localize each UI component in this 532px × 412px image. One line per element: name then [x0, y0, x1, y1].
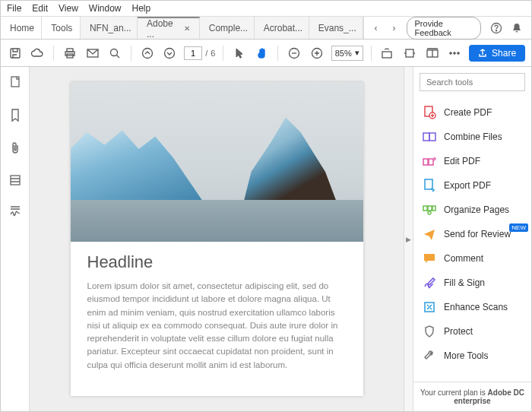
tool-send-for-review[interactable]: Send for ReviewNEW — [413, 222, 531, 246]
svg-rect-29 — [432, 206, 435, 211]
tool-fill-sign[interactable]: Fill & Sign — [413, 271, 531, 295]
new-badge: NEW — [509, 223, 528, 232]
page-current-input[interactable] — [184, 46, 202, 60]
tool-comment[interactable]: Comment — [413, 246, 531, 271]
chevron-right-icon[interactable]: › — [388, 22, 401, 34]
tabs-bar: Home Tools NFN_an... Adobe ...✕ Comple..… — [1, 17, 531, 40]
comment-icon — [423, 252, 436, 265]
toolbar: / 6 85%▾ Share — [1, 40, 531, 67]
share-button[interactable]: Share — [469, 45, 525, 62]
svg-rect-13 — [406, 49, 413, 57]
more-icon[interactable] — [446, 45, 463, 62]
page-up-icon[interactable] — [139, 45, 156, 62]
attachment-icon[interactable] — [10, 141, 21, 157]
share-icon — [478, 49, 487, 58]
page-indicator: / 6 — [184, 46, 215, 60]
search-icon[interactable] — [106, 45, 123, 62]
document-page: Headline Lorem ipsum dolor sit amet, con… — [71, 82, 363, 396]
tab-tools[interactable]: Tools — [42, 17, 81, 39]
hand-tool-icon[interactable] — [254, 45, 271, 62]
svg-rect-26 — [425, 179, 432, 189]
zoom-out-icon[interactable] — [286, 45, 302, 62]
svg-point-30 — [428, 211, 431, 214]
tool-organize-pages[interactable]: Organize Pages — [413, 198, 531, 222]
document-viewport[interactable]: Headline Lorem ipsum dolor sit amet, con… — [30, 67, 404, 411]
chevron-left-icon[interactable]: ‹ — [370, 22, 382, 34]
header-right: Provide Feedback — [407, 17, 532, 40]
fit-page-icon[interactable] — [401, 45, 418, 62]
tools-panel: Create PDF Combine Files Edit PDF Export… — [413, 67, 531, 411]
zoom-in-icon[interactable] — [309, 45, 325, 62]
page-total: 6 — [211, 49, 215, 58]
provide-feedback-button[interactable]: Provide Feedback — [407, 17, 482, 40]
tab-doc-4[interactable]: Evans_... — [309, 17, 363, 39]
tab-doc-1[interactable]: Adobe ...✕ — [138, 17, 200, 39]
export-pdf-icon — [423, 179, 436, 192]
tab-home[interactable]: Home — [1, 17, 42, 39]
svg-point-15 — [450, 52, 452, 54]
chevron-down-icon: ▾ — [355, 48, 359, 58]
tab-doc-0[interactable]: NFN_an... — [81, 17, 138, 39]
send-review-icon — [423, 227, 436, 241]
select-tool-icon[interactable] — [231, 45, 248, 62]
search-tools-input[interactable] — [420, 73, 525, 91]
page-down-icon[interactable] — [162, 45, 179, 62]
tool-protect[interactable]: Protect — [413, 319, 531, 344]
menu-file[interactable]: File — [7, 3, 21, 14]
tool-combine-files[interactable]: Combine Files — [413, 125, 531, 149]
create-pdf-icon — [423, 106, 436, 119]
document-image — [71, 82, 363, 242]
tool-create-pdf[interactable]: Create PDF — [413, 100, 531, 125]
read-mode-icon[interactable] — [424, 45, 441, 62]
tab-doc-3[interactable]: Acrobat... — [255, 17, 309, 39]
fill-sign-icon — [423, 276, 436, 290]
signatures-icon[interactable] — [9, 205, 21, 220]
zoom-select[interactable]: 85%▾ — [331, 46, 363, 61]
document-body-text: Lorem ipsum dolor sit amet, consectetur … — [87, 280, 347, 372]
content-area: Headline Lorem ipsum dolor sit amet, con… — [1, 67, 531, 411]
close-icon[interactable]: ✕ — [184, 24, 190, 33]
plan-footer: Your current plan is Adobe DCenterprise — [413, 382, 531, 411]
svg-point-1 — [496, 30, 496, 30]
mail-icon[interactable] — [84, 45, 101, 62]
fit-width-icon[interactable] — [379, 45, 396, 62]
menu-help[interactable]: Help — [132, 3, 151, 14]
menu-window[interactable]: Window — [89, 3, 122, 14]
svg-rect-28 — [428, 206, 432, 211]
svg-rect-22 — [423, 133, 429, 141]
tool-edit-pdf[interactable]: Edit PDF — [413, 149, 531, 173]
svg-point-17 — [458, 52, 460, 54]
menu-view[interactable]: View — [59, 3, 78, 14]
svg-rect-23 — [429, 133, 435, 141]
tools-list: Create PDF Combine Files Edit PDF Export… — [413, 97, 531, 382]
page-thumbnails-icon[interactable] — [9, 76, 21, 92]
bookmark-icon[interactable] — [10, 109, 21, 125]
svg-rect-27 — [423, 206, 427, 211]
svg-rect-19 — [11, 176, 20, 185]
document-headline: Headline — [87, 252, 347, 272]
tool-enhance-scans[interactable]: Enhance Scans — [413, 295, 531, 319]
tab-doc-2[interactable]: Comple... — [200, 17, 255, 39]
save-icon[interactable] — [7, 45, 24, 62]
edit-pdf-icon — [423, 154, 436, 168]
svg-point-7 — [111, 49, 118, 55]
help-icon[interactable] — [490, 22, 502, 34]
svg-rect-12 — [382, 52, 391, 58]
svg-rect-24 — [423, 159, 428, 165]
tab-nav: ‹ › — [363, 17, 407, 39]
tool-export-pdf[interactable]: Export PDF — [413, 173, 531, 198]
svg-rect-25 — [429, 159, 433, 165]
bell-icon[interactable] — [511, 22, 522, 34]
svg-rect-2 — [11, 49, 20, 58]
menu-edit[interactable]: Edit — [32, 3, 48, 14]
menu-bar: File Edit View Window Help — [1, 1, 531, 17]
enhance-scans-icon — [423, 300, 436, 314]
protect-icon — [423, 325, 436, 338]
print-icon[interactable] — [62, 45, 78, 62]
organize-pages-icon — [423, 203, 436, 217]
right-collapse-strip[interactable]: ▶ — [404, 67, 413, 411]
layers-icon[interactable] — [9, 174, 21, 189]
tool-more-tools[interactable]: More Tools — [413, 344, 531, 368]
svg-point-8 — [142, 48, 152, 58]
cloud-icon[interactable] — [30, 45, 46, 62]
